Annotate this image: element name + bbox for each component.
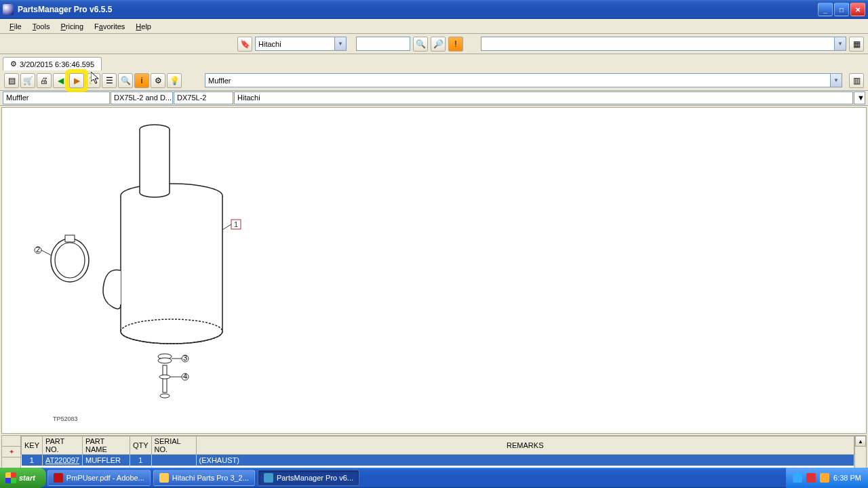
svg-line-11: [41, 250, 52, 256]
cart-button[interactable]: 🛒: [20, 73, 35, 88]
taskbar: start PmPUser.pdf - Adobe... Hitachi Par…: [0, 468, 868, 488]
right-combo[interactable]: ▼: [481, 37, 846, 51]
svg-point-7: [55, 243, 85, 278]
partno-link[interactable]: AT220097: [45, 456, 79, 464]
diagram-viewport[interactable]: 1 2 3 4 TP52083: [1, 107, 867, 434]
col-key[interactable]: KEY: [22, 436, 43, 455]
crumb-brand[interactable]: Hitachi: [234, 92, 853, 104]
svg-point-13: [158, 358, 172, 363]
tray-icon[interactable]: [806, 473, 816, 483]
alert-button[interactable]: !: [448, 37, 463, 52]
crumb-section[interactable]: DX75L-2 and D...: [111, 92, 173, 104]
app-small-icon: [264, 473, 273, 483]
search-alt-button[interactable]: 🔎: [431, 37, 446, 52]
columns-button[interactable]: ▥: [849, 73, 864, 88]
menu-tools[interactable]: Tools: [27, 21, 56, 32]
folder-icon: [159, 473, 169, 483]
table-row[interactable]: 1 AT220097 MUFFLER 1 (EXHAUST): [22, 455, 854, 466]
part-combo-value: Muffler: [208, 77, 231, 85]
window-titlebar: PartsManager Pro v6.5.5 _ □ ✕: [0, 0, 868, 19]
app-icon: [3, 4, 14, 15]
svg-text:4: 4: [183, 372, 187, 380]
tab-label: 3/20/2015 6:36:46.595: [20, 60, 94, 68]
menu-favorites[interactable]: Favorites: [89, 21, 130, 32]
svg-rect-8: [65, 235, 75, 242]
svg-point-16: [160, 394, 170, 398]
brand-combo[interactable]: Hitachi ▼: [255, 37, 347, 51]
svg-text:3: 3: [183, 354, 187, 362]
menu-pricing[interactable]: Pricing: [55, 21, 89, 32]
muffler-diagram: 1 2 3 4: [9, 115, 280, 426]
menu-bar: File Tools Pricing Favorites Help: [0, 19, 868, 34]
close-button[interactable]: ✕: [850, 3, 865, 16]
window-title: PartsManager Pro v6.5.5: [18, 5, 818, 14]
search-button[interactable]: 🔍: [413, 37, 428, 52]
back-button[interactable]: ◀: [53, 73, 68, 88]
svg-point-15: [159, 375, 170, 379]
taskbar-item-app[interactable]: PartsManager Pro v6...: [258, 470, 359, 486]
breadcrumb-row: Muffler DX75L-2 and D... DX75L-2 Hitachi…: [0, 91, 868, 106]
zoom-button[interactable]: 🔍: [118, 73, 133, 88]
right-action-button[interactable]: ▦: [849, 37, 864, 52]
table-header-row: KEY PART NO. PART NAME QTY SERIAL NO. RE…: [22, 436, 854, 455]
clock: 6:38 PM: [833, 474, 861, 482]
gear-button[interactable]: ⚙: [151, 73, 165, 88]
bolt-icon: ⚙: [10, 60, 17, 68]
top-toolbar: 🔖 Hitachi ▼ 🔍 🔎 ! ▼ ▦: [0, 34, 868, 54]
windows-flag-icon: [5, 472, 16, 483]
menu-file[interactable]: File: [4, 21, 27, 32]
system-tray[interactable]: 6:38 PM: [786, 468, 868, 488]
col-qty[interactable]: QTY: [130, 436, 151, 455]
col-remarks[interactable]: REMARKS: [196, 436, 854, 455]
row-marker-2[interactable]: [2, 458, 20, 468]
chevron-down-icon: ▼: [334, 37, 346, 50]
bulb-button[interactable]: 💡: [167, 73, 182, 88]
tray-icon[interactable]: [820, 473, 829, 483]
minimize-button[interactable]: _: [818, 3, 833, 16]
svg-text:1: 1: [234, 220, 238, 228]
start-button[interactable]: start: [0, 468, 46, 488]
home-button[interactable]: ▤: [4, 73, 19, 88]
taskbar-item-folder[interactable]: Hitachi Parts Pro 3_2...: [153, 470, 255, 486]
row-marker-1[interactable]: ✦: [2, 447, 20, 458]
brand-combo-value: Hitachi: [258, 40, 281, 48]
crumb-part[interactable]: Muffler: [3, 92, 110, 104]
col-partname[interactable]: PART NAME: [82, 436, 130, 455]
brand-icon[interactable]: 🔖: [237, 37, 252, 52]
svg-point-6: [51, 239, 89, 282]
svg-line-5: [222, 224, 231, 230]
taskbar-item-pdf[interactable]: PmPUser.pdf - Adobe...: [47, 470, 151, 486]
tab-session[interactable]: ⚙ 3/20/2015 6:36:46.595: [3, 57, 102, 70]
tray-icon[interactable]: [793, 473, 802, 483]
menu-help[interactable]: Help: [130, 21, 157, 32]
secondary-toolbar: ▤ 🛒 🖨 ◀ ▶ ⛶ ☰ 🔍 i ⚙ 💡 Muffler ▼ ▥: [0, 70, 868, 91]
chevron-down-icon: ▼: [830, 74, 842, 87]
svg-text:2: 2: [36, 245, 40, 253]
col-partno[interactable]: PART NO.: [43, 436, 83, 455]
scroll-up-icon[interactable]: ▲: [855, 436, 866, 447]
pdf-icon: [54, 473, 63, 483]
tab-strip: ⚙ 3/20/2015 6:36:46.595: [0, 54, 868, 70]
search-input[interactable]: [356, 37, 410, 51]
col-serial[interactable]: SERIAL NO.: [151, 436, 196, 455]
diagram-code: TP52083: [53, 415, 78, 422]
forward-button[interactable]: ▶: [69, 73, 84, 88]
list-button[interactable]: ☰: [102, 73, 117, 88]
header-spacer: [2, 436, 20, 447]
expand-button[interactable]: ⛶: [85, 73, 100, 88]
crumb-model[interactable]: DX75L-2: [174, 92, 233, 104]
crumb-dropdown[interactable]: ▼: [854, 92, 865, 104]
maximize-button[interactable]: □: [834, 3, 849, 16]
print-button[interactable]: 🖨: [37, 73, 52, 88]
chevron-down-icon: ▼: [834, 37, 846, 50]
start-label: start: [19, 474, 35, 482]
info-button[interactable]: i: [134, 73, 149, 88]
part-combo[interactable]: Muffler ▼: [205, 73, 842, 87]
